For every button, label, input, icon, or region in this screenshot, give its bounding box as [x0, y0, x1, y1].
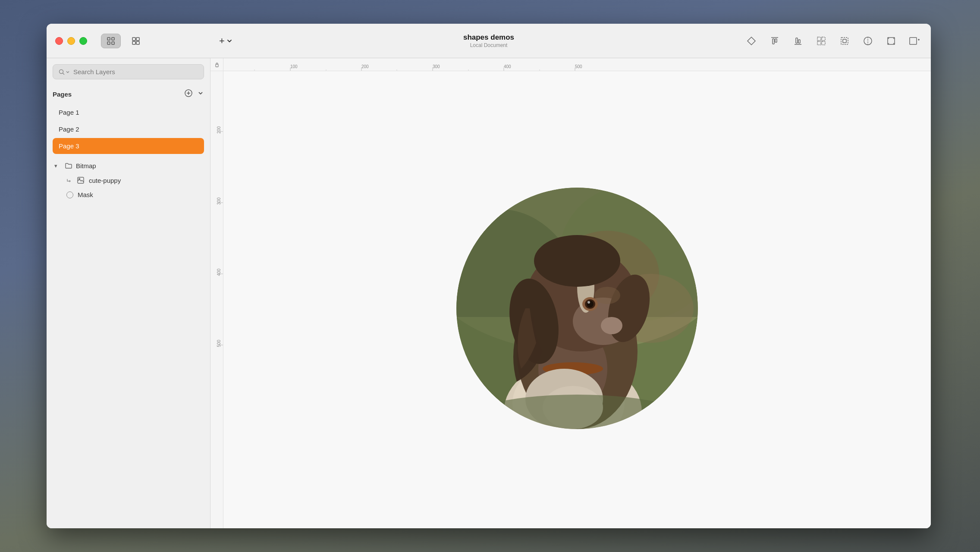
svg-point-70	[587, 301, 594, 307]
sidebar: Pages	[47, 58, 210, 528]
layer-group-bitmap[interactable]: ▾ Bitmap	[53, 158, 204, 173]
dog-image-container	[456, 188, 698, 429]
search-bar[interactable]	[53, 64, 204, 79]
svg-rect-4	[132, 38, 135, 41]
page-item-1[interactable]: Page 1	[53, 104, 204, 120]
canvas-area[interactable]: 100 200 300 400 500	[210, 58, 931, 528]
svg-rect-15	[822, 37, 825, 41]
ruler-ticks-top	[223, 58, 931, 71]
svg-rect-7	[136, 41, 139, 44]
svg-point-72	[601, 317, 622, 334]
close-button[interactable]	[55, 37, 63, 45]
expand-icon[interactable]	[907, 33, 922, 49]
layer-item-mask[interactable]: Mask	[53, 188, 204, 202]
folder-icon	[65, 162, 72, 169]
svg-rect-16	[817, 41, 821, 45]
app-window: shapes demos Local Document +	[47, 24, 931, 528]
image-layer-icon	[77, 176, 85, 184]
ruler-corner[interactable]	[210, 58, 223, 71]
ruler-ticks-left	[210, 71, 223, 528]
add-icon: +	[219, 35, 225, 47]
layer-return-icon	[66, 177, 72, 183]
svg-rect-10	[775, 39, 777, 42]
svg-rect-1	[112, 38, 114, 40]
shape-icon[interactable]	[744, 33, 759, 49]
main-content: Pages	[47, 58, 931, 528]
dog-image-svg	[456, 188, 698, 429]
pages-actions	[184, 89, 204, 99]
svg-point-28	[60, 69, 63, 73]
ruler-v-mark-400: 400	[217, 269, 221, 276]
layer-item-cute-puppy[interactable]: cute-puppy	[53, 173, 204, 188]
layer-group-label: Bitmap	[76, 162, 96, 169]
svg-rect-9	[773, 39, 774, 44]
svg-rect-17	[822, 41, 825, 45]
svg-rect-27	[910, 38, 917, 44]
svg-rect-18	[841, 38, 848, 44]
traffic-lights	[55, 37, 87, 45]
ruler-v-mark-300: 300	[217, 198, 221, 205]
pages-title: Pages	[53, 91, 72, 98]
ruler-v-mark-200: 200	[217, 126, 221, 134]
layer-item-label-cute-puppy: cute-puppy	[89, 177, 121, 184]
svg-point-71	[587, 301, 590, 304]
pages-section: Pages	[47, 85, 210, 155]
group-icon[interactable]	[814, 33, 829, 49]
add-button[interactable]: +	[219, 35, 232, 47]
svg-rect-13	[798, 40, 800, 43]
pages-chevron-icon[interactable]	[197, 90, 204, 98]
svg-point-76	[456, 395, 698, 429]
document-title: shapes demos	[463, 33, 514, 42]
svg-line-29	[63, 73, 65, 75]
document-subtitle: Local Document	[463, 42, 514, 48]
view-grid-button[interactable]	[126, 34, 146, 48]
svg-rect-19	[843, 39, 846, 43]
svg-rect-5	[136, 38, 139, 41]
eraser-icon[interactable]	[860, 33, 876, 49]
svg-rect-35	[216, 64, 218, 67]
svg-point-77	[594, 287, 620, 304]
pages-header: Pages	[53, 85, 204, 103]
toolbar-right	[744, 33, 922, 49]
ruler-v-mark-500: 500	[217, 340, 221, 347]
fullscreen-button[interactable]	[79, 37, 87, 45]
search-icon	[58, 69, 70, 75]
page-item-3[interactable]: Page 3	[53, 138, 204, 154]
layer-item-label-mask: Mask	[78, 191, 93, 198]
page-item-2[interactable]: Page 2	[53, 121, 204, 137]
svg-rect-14	[817, 37, 821, 41]
title-bar-center: shapes demos Local Document	[463, 33, 514, 48]
svg-point-75	[534, 235, 620, 287]
frame-icon[interactable]	[883, 33, 899, 49]
search-input[interactable]	[73, 68, 198, 75]
align-bottom-icon[interactable]	[790, 33, 806, 49]
add-page-button[interactable]	[184, 89, 193, 99]
ruler-top: 100 200 300 400 500	[223, 58, 931, 71]
view-toggle-button[interactable]	[101, 34, 121, 48]
minimize-button[interactable]	[67, 37, 75, 45]
svg-rect-2	[107, 42, 110, 44]
svg-rect-6	[132, 41, 135, 44]
ruler-left: 200 300 400 500	[210, 71, 223, 528]
svg-rect-3	[112, 42, 114, 44]
layer-chevron-icon: ▾	[54, 163, 61, 169]
mask-circle-icon	[66, 191, 73, 198]
title-bar: shapes demos Local Document +	[47, 24, 931, 58]
svg-rect-12	[796, 38, 798, 43]
align-top-icon[interactable]	[767, 33, 782, 49]
canvas-content[interactable]	[223, 71, 931, 528]
svg-rect-0	[107, 38, 110, 40]
ungroup-icon[interactable]	[837, 33, 852, 49]
layers-section: ▾ Bitmap	[47, 158, 210, 528]
